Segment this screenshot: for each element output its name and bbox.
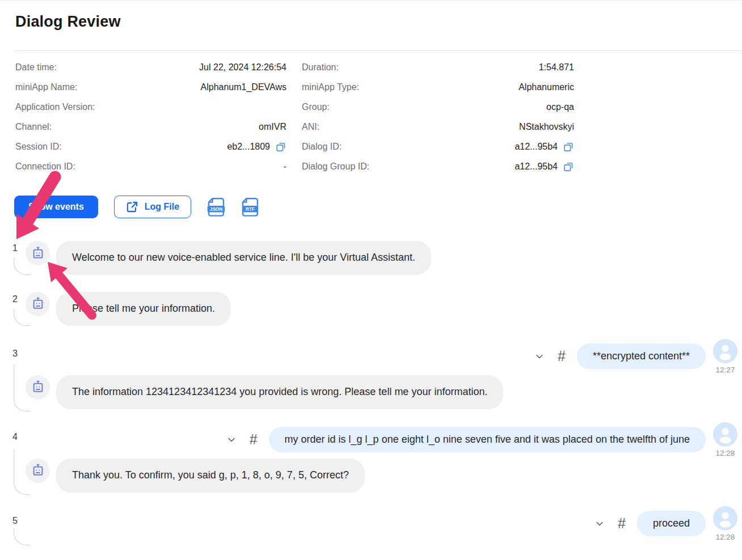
user-message-bubble: my order id is l_g l_p one eight l_o nin… — [269, 427, 706, 452]
hash-icon[interactable]: # — [618, 515, 626, 532]
meta-value: a12...95b4 — [515, 162, 558, 172]
meta-label: miniApp Type: — [302, 82, 359, 92]
user-avatar — [713, 506, 737, 531]
robot-icon — [31, 246, 45, 261]
user-message-bubble: **encrypted content** — [577, 343, 706, 369]
meta-label: ANI: — [302, 122, 319, 132]
dialog-metadata: Date time: Jul 22, 2024 12:26:54 miniApp… — [15, 57, 574, 176]
robot-icon — [31, 463, 45, 478]
meta-value: omIVR — [259, 122, 286, 132]
meta-row-ani: ANI: NStakhovskyi — [302, 117, 574, 137]
thread-connector — [14, 364, 30, 411]
message-timestamp: 12:27 — [716, 366, 735, 374]
meta-value: - — [284, 162, 286, 172]
hash-icon[interactable]: # — [558, 348, 566, 364]
copy-icon[interactable] — [563, 141, 574, 152]
meta-row-application-version: Application Version: — [15, 97, 286, 117]
message-timestamp: 12:28 — [716, 533, 735, 541]
copy-icon[interactable] — [563, 161, 574, 172]
meta-label: Application Version: — [15, 102, 95, 112]
rtf-file-icon: RTF — [241, 197, 259, 217]
bot-message-bubble: The information 1234123412341234 you pro… — [56, 375, 503, 409]
external-link-icon — [126, 201, 138, 213]
turn-number: 1 — [12, 243, 18, 253]
turn-number: 3 — [12, 349, 18, 359]
chevron-down-icon[interactable] — [534, 351, 545, 362]
meta-label: Dialog Group ID: — [302, 162, 369, 172]
chevron-down-icon[interactable] — [594, 518, 605, 529]
dialog-turn: 4 # my order id is l_g l_p one eight l_o… — [0, 422, 742, 493]
dialog-turn: 2 Please tell me your information. — [0, 292, 742, 326]
copy-icon[interactable] — [275, 141, 286, 152]
meta-label: Group: — [302, 102, 330, 112]
meta-label: Duration: — [302, 62, 339, 73]
meta-row-dialog-id: Dialog ID: a12...95b4 — [302, 137, 574, 156]
meta-value: Jul 22, 2024 12:26:54 — [199, 62, 286, 73]
meta-label: Dialog ID: — [302, 142, 342, 152]
page-title: Dialog Review — [15, 13, 121, 31]
meta-row-dialog-group-id: Dialog Group ID: a12...95b4 — [302, 156, 574, 176]
meta-row-date-time: Date time: Jul 22, 2024 12:26:54 — [15, 57, 286, 77]
meta-row-session-id: Session ID: eb2...1809 — [15, 137, 286, 156]
meta-label: miniApp Name: — [15, 82, 77, 92]
robot-icon — [31, 380, 45, 394]
turn-number: 5 — [12, 516, 18, 526]
log-file-button[interactable]: Log File — [114, 196, 191, 218]
toolbar: Show events Log File JSON RTF — [14, 196, 259, 218]
meta-row-miniapp-type: miniApp Type: Alphanumeric — [302, 77, 574, 97]
meta-value: NStakhovskyi — [519, 122, 574, 132]
meta-label: Connection ID: — [15, 162, 75, 172]
dialog-review-page: Dialog Review Date time: Jul 22, 2024 12… — [0, 0, 742, 560]
conversation-list: 1 Welcome to our new voice-enabled servi… — [0, 241, 742, 541]
meta-label: Session ID: — [15, 142, 62, 152]
meta-value: ocp-qa — [546, 102, 574, 112]
export-rtf-button[interactable]: RTF — [241, 197, 259, 217]
dialog-turn: 5 # proceed 12:28 — [0, 506, 742, 541]
turn-number: 2 — [12, 294, 18, 304]
thread-connector — [14, 528, 30, 545]
user-avatar — [713, 339, 737, 363]
hash-icon[interactable]: # — [250, 431, 258, 448]
dialog-turn: 3 # **encrypted content** 12:27 The info… — [0, 339, 742, 409]
log-file-label: Log File — [145, 202, 179, 212]
svg-text:RTF: RTF — [246, 206, 255, 211]
meta-row-duration: Duration: 1:54.871 — [302, 57, 574, 77]
json-file-icon: JSON — [207, 197, 225, 217]
robot-icon — [31, 296, 45, 311]
meta-value: 1:54.871 — [539, 62, 574, 73]
bot-message-bubble: Please tell me your information. — [56, 292, 231, 326]
meta-row-group: Group: ocp-qa — [302, 97, 574, 117]
export-json-button[interactable]: JSON — [207, 197, 225, 217]
thread-connector — [14, 449, 30, 495]
chevron-down-icon[interactable] — [226, 434, 237, 446]
meta-value: Alphanumeric — [518, 82, 574, 92]
bot-message-bubble: Thank you. To confirm, you said g, p, 1,… — [56, 459, 365, 493]
meta-value: eb2...1809 — [227, 142, 270, 152]
meta-row-connection-id: Connection ID: - — [15, 156, 286, 176]
dialog-turn: 1 Welcome to our new voice-enabled servi… — [0, 241, 742, 275]
meta-value: Alphanum1_DEVAws — [201, 82, 287, 92]
turn-number: 4 — [12, 432, 18, 442]
meta-row-miniapp-name: miniApp Name: Alphanum1_DEVAws — [15, 77, 286, 97]
user-avatar — [713, 422, 737, 447]
header-divider — [14, 50, 742, 51]
user-message-bubble: proceed — [637, 511, 706, 536]
bot-message-bubble: Welcome to our new voice-enabled service… — [56, 241, 431, 275]
meta-label: Date time: — [15, 62, 57, 73]
show-events-button[interactable]: Show events — [14, 196, 98, 218]
meta-row-channel: Channel: omIVR — [15, 117, 286, 137]
svg-text:JSON: JSON — [210, 206, 222, 211]
meta-label: Channel: — [15, 122, 52, 132]
meta-value: a12...95b4 — [515, 142, 558, 152]
message-timestamp: 12:28 — [716, 449, 735, 457]
